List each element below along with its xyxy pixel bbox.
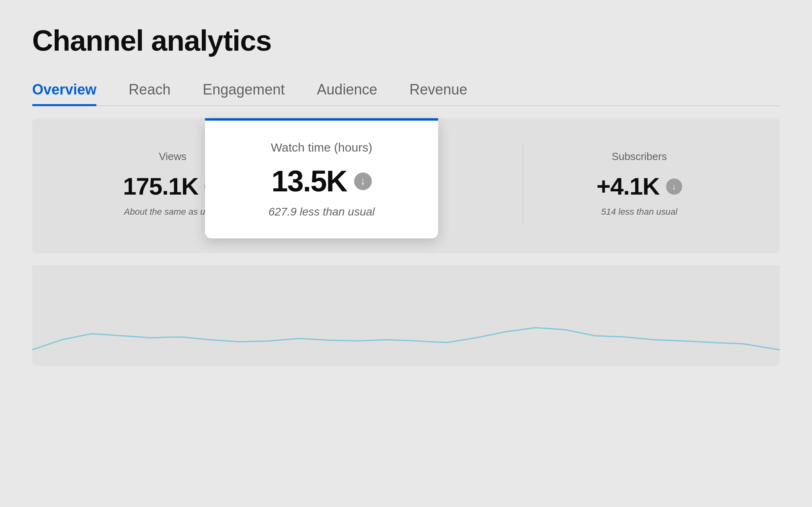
chart-area (32, 265, 780, 366)
watch-time-popup-value-row: 13.5K (271, 164, 371, 198)
views-label: Views (159, 150, 187, 163)
subscribers-trend-icon (666, 179, 682, 195)
watch-time-popup: Watch time (hours) 13.5K 627.9 less than… (205, 121, 438, 238)
tab-overview[interactable]: Overview (32, 81, 96, 105)
subscribers-value-row: +4.1K (597, 172, 682, 200)
tabs-nav: Overview Reach Engagement Audience Reven… (32, 81, 780, 106)
subscribers-value: +4.1K (597, 172, 660, 200)
subscribers-label: Subscribers (612, 150, 667, 163)
tab-revenue[interactable]: Revenue (409, 81, 467, 105)
page-title: Channel analytics (32, 24, 780, 57)
line-chart (32, 265, 780, 366)
views-value: 175.1K (123, 172, 198, 200)
tab-audience[interactable]: Audience (317, 81, 377, 105)
watch-time-popup-label: Watch time (hours) (271, 141, 372, 154)
stats-section: Views 175.1K About the same as usual Wat… (32, 118, 780, 366)
watch-time-popup-trend-icon (354, 172, 372, 190)
tab-reach[interactable]: Reach (129, 81, 170, 105)
subscribers-block: Subscribers +4.1K 514 less than usual (523, 138, 756, 229)
watch-time-popup-note: 627.9 less than usual (269, 205, 375, 218)
tab-engagement[interactable]: Engagement (203, 81, 285, 105)
subscribers-note: 514 less than usual (601, 207, 678, 217)
watch-time-popup-value: 13.5K (271, 164, 347, 198)
